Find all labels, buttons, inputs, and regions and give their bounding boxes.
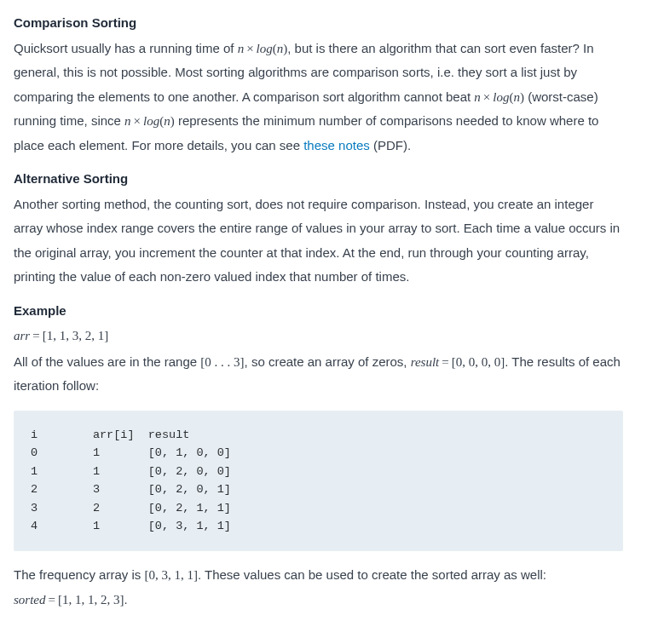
text: The frequency array is	[14, 567, 144, 582]
link-these-notes[interactable]: these notes	[303, 138, 370, 152]
math-frequency-array: [0, 3, 1, 1]	[144, 568, 198, 582]
math-nlogn-2: n×log(n)	[474, 90, 524, 104]
text: . These values can be used to create the…	[198, 567, 546, 582]
math-sorted-array: sorted=[1, 1, 1, 2, 3]	[14, 593, 124, 607]
text: .	[124, 592, 127, 607]
math-arr-definition: arr=[1, 1, 3, 2, 1]	[14, 329, 108, 342]
text: , so create an array of zeros,	[245, 354, 411, 369]
math-result-init: result=[0, 0, 0, 0]	[411, 355, 505, 369]
text: Quicksort usually has a running time of	[14, 41, 238, 55]
math-range: [0 . . . 3]	[200, 355, 244, 369]
text: All of the values are in the range	[14, 354, 200, 369]
code-iteration-table: i arr[i] result 0 1 [0, 1, 0, 0] 1 1 [0,…	[14, 411, 623, 552]
text: Another sorting method, the counting sor…	[14, 197, 620, 285]
paragraph-example-conclusion: The frequency array is [0, 3, 1, 1]. The…	[14, 563, 623, 612]
math-nlogn-1: n×log(n)	[238, 42, 288, 55]
math-nlogn-3: n×log(n)	[124, 114, 175, 128]
text: (PDF).	[370, 138, 411, 152]
heading-comparison-sorting: Comparison Sorting	[14, 14, 623, 33]
paragraph-alternative-sorting: Alternative Sorting Another sorting meth…	[14, 170, 623, 290]
heading-example: Example	[14, 302, 623, 321]
paragraph-example-intro: All of the values are in the range [0 . …	[14, 350, 623, 399]
paragraph-comparison-sorting: Comparison Sorting Quicksort usually has…	[14, 14, 623, 158]
paragraph-example-heading: Example arr=[1, 1, 3, 2, 1]	[14, 302, 623, 348]
heading-alternative-sorting: Alternative Sorting	[14, 170, 623, 189]
